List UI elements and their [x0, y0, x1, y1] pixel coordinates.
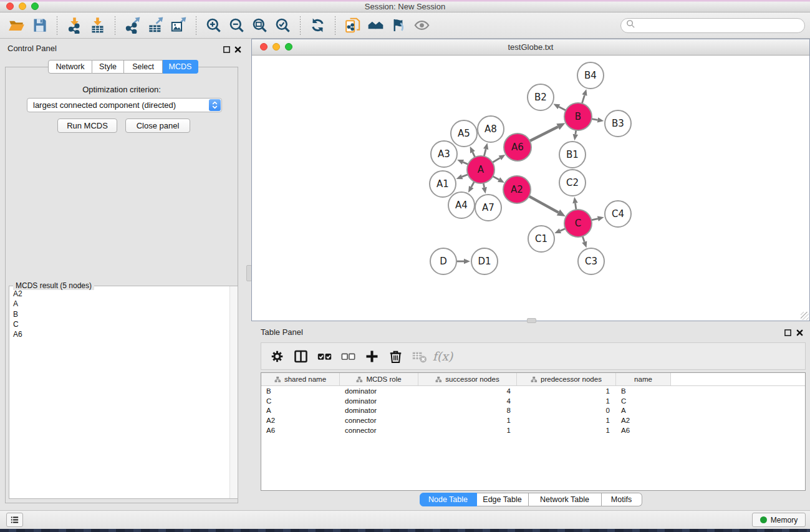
edge-A-A8[interactable]	[483, 143, 488, 156]
cell-predecessor-nodes[interactable]: 0	[517, 407, 616, 414]
show-graphics-details-icon[interactable]	[410, 15, 433, 36]
edge-B-B1[interactable]	[573, 130, 578, 140]
cell-mcds-role[interactable]: dominator	[340, 397, 418, 405]
task-history-button[interactable]	[6, 513, 23, 527]
cell-mcds-role[interactable]: dominator	[340, 407, 418, 414]
tab-motifs[interactable]: Motifs	[602, 493, 642, 506]
edge-A-A7[interactable]	[481, 183, 486, 194]
export-image-icon[interactable]	[167, 15, 190, 36]
node-B[interactable]: B	[564, 103, 592, 130]
node-A1[interactable]: A1	[430, 171, 456, 197]
zoom-selected-icon[interactable]	[271, 15, 294, 36]
node-A8[interactable]: A8	[478, 116, 504, 142]
edge-A2-C[interactable]	[529, 196, 566, 216]
cell-name[interactable]: C	[616, 397, 671, 405]
tab-edge-table[interactable]: Edge Table	[477, 493, 529, 506]
select-all-columns-icon[interactable]	[312, 345, 336, 367]
cell-shared-name[interactable]: A6	[261, 427, 340, 434]
column-header-predecessor-nodes[interactable]: predecessor nodes	[517, 373, 616, 385]
table-row[interactable]: A6connector11A6	[261, 425, 805, 435]
node-C1[interactable]: C1	[528, 226, 554, 252]
cell-predecessor-nodes[interactable]: 1	[517, 427, 616, 434]
refresh-layout-icon[interactable]	[306, 15, 329, 36]
edge-A-A2[interactable]	[493, 177, 504, 183]
control-tab-mcds[interactable]: MCDS	[163, 60, 198, 74]
table-row[interactable]: Adominator80A	[261, 406, 805, 416]
search-box[interactable]	[620, 18, 805, 33]
node-B2[interactable]: B2	[528, 84, 554, 110]
cell-name[interactable]: A	[616, 407, 671, 414]
save-session-icon[interactable]	[28, 15, 51, 36]
column-header-successor-nodes[interactable]: successor nodes	[418, 373, 517, 385]
float-panel-icon[interactable]	[222, 45, 231, 54]
edge-D-D1[interactable]	[457, 259, 470, 264]
edge-B-B2[interactable]	[553, 104, 566, 110]
node-D[interactable]: D	[430, 248, 456, 274]
cell-shared-name[interactable]: A	[261, 407, 340, 414]
tab-network-table[interactable]: Network Table	[529, 493, 602, 506]
edge-C-C1[interactable]	[554, 228, 566, 233]
node-A5[interactable]: A5	[451, 120, 477, 147]
cell-name[interactable]: A6	[616, 427, 671, 434]
edge-C-C2[interactable]	[572, 197, 577, 210]
mcds-result-item[interactable]: A2	[13, 289, 229, 299]
cell-successor-nodes[interactable]: 8	[418, 407, 517, 414]
table-row[interactable]: Bdominator41B	[261, 386, 805, 396]
cell-predecessor-nodes[interactable]: 1	[517, 397, 616, 405]
optimization-criterion-select[interactable]: largest connected component (directed)	[27, 98, 222, 112]
edge-A-A1[interactable]	[456, 174, 468, 179]
node-A6[interactable]: A6	[504, 133, 531, 161]
node-C2[interactable]: C2	[559, 170, 586, 196]
node-C4[interactable]: C4	[605, 201, 631, 227]
table-settings-icon[interactable]	[265, 345, 289, 367]
cell-predecessor-nodes[interactable]: 1	[517, 387, 616, 395]
clone-network-icon[interactable]	[341, 15, 364, 36]
resize-grip[interactable]	[801, 312, 809, 320]
edge-B-B3[interactable]	[592, 117, 604, 122]
edge-A-A3[interactable]	[457, 160, 468, 165]
home-view-icon[interactable]	[364, 15, 387, 36]
edge-A-A4[interactable]	[468, 181, 475, 192]
mcds-result-item[interactable]: B	[13, 309, 229, 319]
float-table-panel-icon[interactable]	[783, 328, 792, 337]
control-tab-style[interactable]: Style	[92, 60, 124, 74]
cell-shared-name[interactable]: A2	[261, 417, 340, 424]
cell-name[interactable]: A2	[616, 417, 671, 424]
search-input[interactable]	[639, 21, 799, 30]
edge-C-C4[interactable]	[591, 216, 604, 221]
column-header-mcds-role[interactable]: MCDS role	[340, 373, 418, 385]
split-panel-icon[interactable]	[289, 345, 312, 367]
node-C3[interactable]: C3	[578, 248, 604, 274]
cell-successor-nodes[interactable]: 1	[418, 427, 517, 434]
export-table-icon[interactable]	[144, 15, 167, 36]
cell-shared-name[interactable]: B	[261, 387, 340, 395]
run-mcds-button[interactable]: Run MCDS	[57, 118, 117, 133]
hide-graphics-details-icon[interactable]	[387, 15, 410, 36]
table-row[interactable]: A2connector11A2	[261, 415, 805, 425]
node-D1[interactable]: D1	[471, 248, 498, 274]
edge-B-B4[interactable]	[582, 89, 587, 104]
cell-mcds-role[interactable]: dominator	[340, 387, 418, 395]
memory-button[interactable]: Memory	[752, 513, 806, 527]
node-A3[interactable]: A3	[431, 141, 457, 167]
unselect-all-columns-icon[interactable]	[336, 345, 360, 367]
node-A[interactable]: A	[467, 156, 494, 183]
import-table-icon[interactable]	[86, 15, 109, 36]
column-header-shared-name[interactable]: shared name	[261, 373, 340, 385]
table-row[interactable]: Cdominator41C	[261, 396, 805, 406]
export-network-icon[interactable]	[121, 15, 144, 36]
cell-name[interactable]: B	[616, 387, 671, 395]
mcds-result-item[interactable]: A6	[13, 329, 229, 339]
result-scrollbar[interactable]	[229, 286, 238, 498]
cell-mcds-role[interactable]: connector	[340, 427, 418, 434]
horizontal-splitter-handle[interactable]	[527, 318, 536, 323]
cell-predecessor-nodes[interactable]: 1	[517, 417, 616, 424]
edge-A-A5[interactable]	[470, 147, 475, 157]
close-table-panel-icon[interactable]	[795, 328, 804, 337]
network-canvas[interactable]: B4B2BB3A8A5A6A3B1AA1C2A2A4A7C4CC1C3DD1	[252, 56, 809, 321]
mcds-result-item[interactable]: A	[13, 299, 229, 309]
node-A7[interactable]: A7	[475, 195, 501, 221]
cell-shared-name[interactable]: C	[261, 397, 340, 405]
edge-A-A6[interactable]	[493, 155, 506, 163]
open-session-icon[interactable]	[5, 15, 28, 36]
